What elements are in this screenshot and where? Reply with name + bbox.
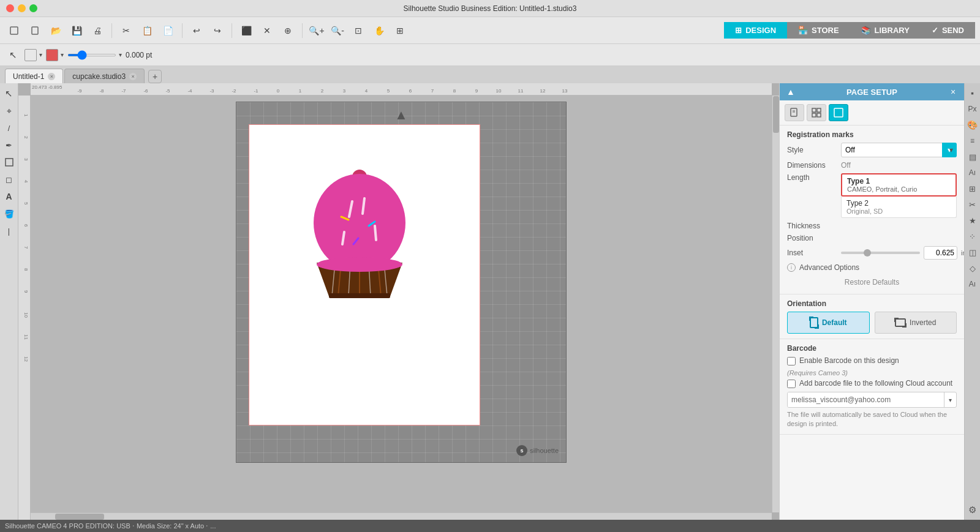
dimensions-row: Dimensions Off bbox=[787, 161, 957, 170]
delete-button[interactable]: ✕ bbox=[258, 21, 276, 40]
default-orientation-button[interactable]: Default bbox=[787, 312, 870, 334]
send-nav-button[interactable]: ✓ SEND bbox=[921, 22, 975, 39]
grid-button[interactable]: ⊞ bbox=[391, 21, 409, 40]
right-icon-6[interactable]: Aı bbox=[965, 165, 980, 180]
eraser-tool[interactable]: ◻ bbox=[1, 171, 17, 187]
enable-barcode-checkbox[interactable] bbox=[787, 357, 796, 365]
maximize-button[interactable] bbox=[29, 4, 37, 12]
inverted-orientation-button[interactable]: Inverted bbox=[875, 312, 957, 334]
orientation-buttons: Default Inverted bbox=[787, 312, 957, 334]
right-icon-8[interactable]: ✂ bbox=[965, 197, 980, 212]
copy-button[interactable]: 📋 bbox=[138, 21, 156, 40]
inset-value-input[interactable] bbox=[924, 246, 957, 260]
paste-button[interactable]: 📄 bbox=[159, 21, 177, 40]
view-icon-tab[interactable] bbox=[829, 104, 848, 121]
right-icon-7[interactable]: ⊞ bbox=[965, 181, 980, 196]
restore-defaults-button[interactable]: Restore Defaults bbox=[840, 275, 904, 289]
tab-untitled[interactable]: Untitled-1 × bbox=[5, 69, 63, 83]
right-icon-4[interactable]: ≡ bbox=[965, 133, 980, 148]
advanced-options-toggle[interactable]: i Advanced Options bbox=[787, 263, 859, 272]
store-nav-icon: 🏪 bbox=[798, 26, 808, 35]
canvas-viewport[interactable]: ▲ bbox=[31, 96, 772, 512]
properties-toolbar: ↖ ▾ ▾ ▾ 0.000 pt bbox=[0, 44, 980, 66]
vertical-scrollbar[interactable] bbox=[772, 96, 779, 512]
rectangle-tool[interactable] bbox=[1, 154, 17, 170]
add-button[interactable]: ⊕ bbox=[279, 21, 297, 40]
ruler-mark: 11 bbox=[510, 88, 532, 94]
right-icon-12[interactable]: ◇ bbox=[965, 261, 980, 275]
pen-tool[interactable]: ✒ bbox=[1, 137, 17, 153]
window-controls[interactable] bbox=[6, 4, 37, 12]
select-tool-button[interactable] bbox=[5, 21, 23, 40]
stroke-dropdown-arrow[interactable]: ▾ bbox=[61, 51, 64, 58]
redo-button[interactable]: ↪ bbox=[208, 21, 227, 40]
page-icon-tab[interactable] bbox=[785, 104, 804, 121]
tab-close-untitled[interactable]: × bbox=[48, 73, 55, 80]
svg-rect-0 bbox=[10, 27, 18, 34]
minimize-button[interactable] bbox=[18, 4, 26, 12]
zoom-out-button[interactable]: 🔍- bbox=[328, 21, 347, 40]
save-button[interactable]: 💾 bbox=[67, 21, 86, 40]
node-tool[interactable]: ⌖ bbox=[1, 103, 17, 119]
type2-option[interactable]: Type 2 Original, SD bbox=[841, 197, 957, 218]
email-dropdown-arrow[interactable]: ▾ bbox=[944, 392, 956, 407]
right-icon-13[interactable]: Aı bbox=[965, 277, 980, 291]
right-icon-5[interactable]: ▤ bbox=[965, 149, 980, 164]
library-nav-button[interactable]: 📚 LIBRARY bbox=[850, 22, 921, 39]
print-button[interactable]: 🖨 bbox=[88, 21, 107, 40]
enable-barcode-label[interactable]: Enable Barcode on this design bbox=[799, 356, 957, 365]
panel-collapse-button[interactable]: ▲ bbox=[785, 86, 797, 98]
arrow-tool-button[interactable]: ↖ bbox=[5, 47, 21, 63]
settings-icon-button[interactable]: ⚙ bbox=[965, 503, 980, 517]
corner-tl bbox=[809, 317, 813, 321]
panel-close-button[interactable]: × bbox=[947, 86, 959, 98]
cloud-barcode-label[interactable]: Add barcode file to the following Cloud … bbox=[799, 379, 957, 388]
select-arrow-tool[interactable]: ↖ bbox=[1, 86, 17, 102]
advanced-options-label: Advanced Options bbox=[799, 263, 859, 272]
undo-button[interactable]: ↩ bbox=[187, 21, 206, 40]
email-input[interactable] bbox=[788, 392, 944, 407]
close-button[interactable] bbox=[6, 4, 14, 12]
cut-button[interactable]: ✂ bbox=[117, 21, 135, 40]
right-icon-1[interactable]: ▪ bbox=[965, 86, 980, 100]
right-icon-9[interactable]: ★ bbox=[965, 213, 980, 228]
ruler-mark: -7 bbox=[113, 88, 135, 94]
right-icon-2[interactable]: Px bbox=[965, 102, 980, 116]
pencil-tool[interactable]: / bbox=[1, 120, 17, 136]
store-nav-button[interactable]: 🏪 STORE bbox=[787, 22, 850, 39]
ruler-mark: 4 bbox=[355, 88, 377, 94]
svg-point-21 bbox=[317, 257, 402, 272]
fill-swatch[interactable] bbox=[24, 49, 37, 61]
text-tool[interactable]: A bbox=[1, 189, 17, 204]
ruler-mark: 5 bbox=[377, 88, 399, 94]
tab-cupcake[interactable]: cupcake.studio3 × bbox=[64, 69, 145, 83]
right-icon-10[interactable]: ⁘ bbox=[965, 229, 980, 244]
knife-tool[interactable]: | bbox=[1, 223, 17, 239]
horizontal-scrollbar[interactable] bbox=[31, 512, 772, 520]
ruler-v-mark: 6 bbox=[23, 224, 29, 246]
inset-slider[interactable] bbox=[841, 252, 920, 254]
design-nav-button[interactable]: ⊞ DESIGN bbox=[724, 22, 787, 39]
type1-option[interactable]: Type 1 CAMEO, Portrait, Curio bbox=[841, 173, 957, 197]
cloud-barcode-checkbox[interactable] bbox=[787, 380, 796, 388]
line-thickness-dropdown-arrow[interactable]: ▾ bbox=[119, 51, 122, 58]
add-tab-button[interactable]: + bbox=[148, 70, 162, 83]
new-file-button[interactable] bbox=[26, 21, 44, 40]
h-scrollbar-thumb[interactable] bbox=[55, 514, 104, 520]
style-select[interactable]: Off bbox=[841, 143, 957, 157]
registration-marks-section: Registration marks Style Off ▾ bbox=[780, 126, 964, 294]
open-file-button[interactable]: 📂 bbox=[47, 21, 65, 40]
line-thickness-slider[interactable] bbox=[67, 54, 116, 56]
fill-dropdown-arrow[interactable]: ▾ bbox=[39, 51, 42, 58]
pan-button[interactable]: ✋ bbox=[370, 21, 388, 40]
right-icon-11[interactable]: ◫ bbox=[965, 245, 980, 260]
zoom-fit-button[interactable]: ⊡ bbox=[349, 21, 368, 40]
fill-tool[interactable]: 🪣 bbox=[1, 206, 17, 222]
grid-icon-tab[interactable] bbox=[807, 104, 826, 121]
zoom-in-button[interactable]: 🔍+ bbox=[307, 21, 326, 40]
stroke-swatch[interactable] bbox=[46, 49, 58, 61]
scrollbar-thumb[interactable] bbox=[773, 96, 779, 133]
select-all-button[interactable]: ⬛ bbox=[237, 21, 255, 40]
right-icon-3[interactable]: 🎨 bbox=[965, 118, 980, 132]
tab-close-cupcake[interactable]: × bbox=[129, 73, 137, 80]
